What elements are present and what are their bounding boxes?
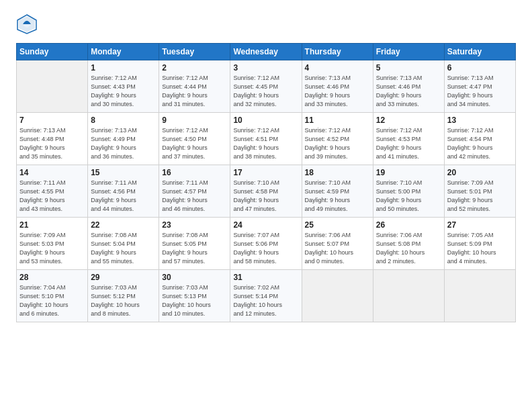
day-info: Sunrise: 7:13 AM Sunset: 4:49 PM Dayligh…	[91, 126, 156, 161]
logo	[16, 13, 42, 35]
calendar-cell: 18Sunrise: 7:10 AM Sunset: 4:59 PM Dayli…	[302, 165, 373, 218]
day-number: 1	[91, 63, 156, 73]
day-number: 5	[376, 63, 441, 73]
calendar-cell	[17, 60, 88, 113]
calendar-cell: 13Sunrise: 7:12 AM Sunset: 4:54 PM Dayli…	[444, 113, 515, 165]
day-number: 8	[91, 116, 156, 125]
day-info: Sunrise: 7:06 AM Sunset: 5:07 PM Dayligh…	[305, 231, 370, 266]
day-info: Sunrise: 7:10 AM Sunset: 5:00 PM Dayligh…	[376, 179, 441, 214]
day-header-monday: Monday	[88, 44, 159, 60]
day-info: Sunrise: 7:12 AM Sunset: 4:43 PM Dayligh…	[91, 74, 156, 109]
day-header-wednesday: Wednesday	[230, 44, 302, 60]
calendar-cell: 16Sunrise: 7:11 AM Sunset: 4:57 PM Dayli…	[159, 165, 230, 218]
day-info: Sunrise: 7:08 AM Sunset: 5:05 PM Dayligh…	[162, 231, 227, 266]
calendar-week-4: 21Sunrise: 7:09 AM Sunset: 5:03 PM Dayli…	[17, 218, 516, 270]
day-number: 30	[162, 273, 227, 282]
calendar-cell: 23Sunrise: 7:08 AM Sunset: 5:05 PM Dayli…	[159, 218, 230, 270]
day-header-thursday: Thursday	[302, 44, 373, 60]
calendar-week-1: 1Sunrise: 7:12 AM Sunset: 4:43 PM Daylig…	[17, 60, 516, 113]
day-number: 24	[233, 220, 298, 230]
day-info: Sunrise: 7:13 AM Sunset: 4:46 PM Dayligh…	[305, 74, 370, 109]
calendar-cell: 24Sunrise: 7:07 AM Sunset: 5:06 PM Dayli…	[230, 218, 302, 270]
day-number: 7	[19, 116, 85, 125]
day-info: Sunrise: 7:03 AM Sunset: 5:13 PM Dayligh…	[162, 283, 227, 318]
header	[16, 13, 516, 35]
calendar-cell: 17Sunrise: 7:10 AM Sunset: 4:58 PM Dayli…	[230, 165, 302, 218]
day-info: Sunrise: 7:12 AM Sunset: 4:52 PM Dayligh…	[305, 126, 370, 161]
day-number: 31	[233, 273, 298, 282]
day-number: 27	[447, 220, 513, 230]
day-info: Sunrise: 7:11 AM Sunset: 4:57 PM Dayligh…	[162, 179, 227, 214]
page: SundayMondayTuesdayWednesdayThursdayFrid…	[0, 0, 532, 411]
day-number: 23	[162, 220, 227, 230]
calendar-cell: 3Sunrise: 7:12 AM Sunset: 4:45 PM Daylig…	[230, 60, 302, 113]
calendar-cell: 22Sunrise: 7:08 AM Sunset: 5:04 PM Dayli…	[88, 218, 159, 270]
calendar-cell	[302, 270, 373, 322]
calendar-cell: 1Sunrise: 7:12 AM Sunset: 4:43 PM Daylig…	[88, 60, 159, 113]
calendar-cell: 25Sunrise: 7:06 AM Sunset: 5:07 PM Dayli…	[302, 218, 373, 270]
day-number: 13	[447, 116, 513, 125]
day-number: 14	[19, 168, 85, 177]
day-info: Sunrise: 7:05 AM Sunset: 5:09 PM Dayligh…	[447, 231, 513, 266]
day-info: Sunrise: 7:10 AM Sunset: 4:58 PM Dayligh…	[233, 179, 298, 214]
calendar-cell: 11Sunrise: 7:12 AM Sunset: 4:52 PM Dayli…	[302, 113, 373, 165]
day-info: Sunrise: 7:12 AM Sunset: 4:51 PM Dayligh…	[233, 126, 298, 161]
calendar-cell: 26Sunrise: 7:06 AM Sunset: 5:08 PM Dayli…	[373, 218, 444, 270]
day-info: Sunrise: 7:13 AM Sunset: 4:46 PM Dayligh…	[376, 74, 441, 109]
calendar-cell: 5Sunrise: 7:13 AM Sunset: 4:46 PM Daylig…	[373, 60, 444, 113]
calendar-table: SundayMondayTuesdayWednesdayThursdayFrid…	[16, 43, 516, 322]
day-number: 6	[447, 63, 513, 73]
day-number: 2	[162, 63, 227, 73]
day-number: 29	[91, 273, 156, 282]
calendar-cell: 31Sunrise: 7:02 AM Sunset: 5:14 PM Dayli…	[230, 270, 302, 322]
calendar-cell: 19Sunrise: 7:10 AM Sunset: 5:00 PM Dayli…	[373, 165, 444, 218]
calendar-cell: 9Sunrise: 7:12 AM Sunset: 4:50 PM Daylig…	[159, 113, 230, 165]
calendar-cell: 20Sunrise: 7:09 AM Sunset: 5:01 PM Dayli…	[444, 165, 515, 218]
calendar-week-5: 28Sunrise: 7:04 AM Sunset: 5:10 PM Dayli…	[17, 270, 516, 322]
calendar-cell: 28Sunrise: 7:04 AM Sunset: 5:10 PM Dayli…	[17, 270, 88, 322]
day-number: 12	[376, 116, 441, 125]
calendar-week-2: 7Sunrise: 7:13 AM Sunset: 4:48 PM Daylig…	[17, 113, 516, 165]
calendar-week-3: 14Sunrise: 7:11 AM Sunset: 4:55 PM Dayli…	[17, 165, 516, 218]
day-info: Sunrise: 7:12 AM Sunset: 4:45 PM Dayligh…	[233, 74, 298, 109]
calendar-cell	[373, 270, 444, 322]
day-number: 3	[233, 63, 298, 73]
day-info: Sunrise: 7:10 AM Sunset: 4:59 PM Dayligh…	[305, 179, 370, 214]
day-header-sunday: Sunday	[17, 44, 88, 60]
calendar-cell: 21Sunrise: 7:09 AM Sunset: 5:03 PM Dayli…	[17, 218, 88, 270]
logo-icon	[16, 13, 38, 35]
day-number: 17	[233, 168, 298, 177]
calendar-cell: 29Sunrise: 7:03 AM Sunset: 5:12 PM Dayli…	[88, 270, 159, 322]
day-number: 9	[162, 116, 227, 125]
day-number: 10	[233, 116, 298, 125]
calendar-cell	[444, 270, 515, 322]
day-number: 22	[91, 220, 156, 230]
day-number: 11	[305, 116, 370, 125]
day-number: 19	[376, 168, 441, 177]
day-info: Sunrise: 7:12 AM Sunset: 4:50 PM Dayligh…	[162, 126, 227, 161]
day-info: Sunrise: 7:13 AM Sunset: 4:48 PM Dayligh…	[19, 126, 85, 161]
day-info: Sunrise: 7:08 AM Sunset: 5:04 PM Dayligh…	[91, 231, 156, 266]
calendar-cell: 2Sunrise: 7:12 AM Sunset: 4:44 PM Daylig…	[159, 60, 230, 113]
calendar-cell: 7Sunrise: 7:13 AM Sunset: 4:48 PM Daylig…	[17, 113, 88, 165]
day-info: Sunrise: 7:07 AM Sunset: 5:06 PM Dayligh…	[233, 231, 298, 266]
day-info: Sunrise: 7:09 AM Sunset: 5:01 PM Dayligh…	[447, 179, 513, 214]
day-number: 16	[162, 168, 227, 177]
day-number: 21	[19, 220, 85, 230]
calendar-cell: 27Sunrise: 7:05 AM Sunset: 5:09 PM Dayli…	[444, 218, 515, 270]
day-info: Sunrise: 7:12 AM Sunset: 4:53 PM Dayligh…	[376, 126, 441, 161]
calendar-cell: 6Sunrise: 7:13 AM Sunset: 4:47 PM Daylig…	[444, 60, 515, 113]
day-info: Sunrise: 7:04 AM Sunset: 5:10 PM Dayligh…	[19, 283, 85, 318]
day-header-friday: Friday	[373, 44, 444, 60]
header-row: SundayMondayTuesdayWednesdayThursdayFrid…	[17, 44, 516, 60]
calendar-cell: 4Sunrise: 7:13 AM Sunset: 4:46 PM Daylig…	[302, 60, 373, 113]
day-info: Sunrise: 7:09 AM Sunset: 5:03 PM Dayligh…	[19, 231, 85, 266]
calendar-cell: 30Sunrise: 7:03 AM Sunset: 5:13 PM Dayli…	[159, 270, 230, 322]
day-info: Sunrise: 7:03 AM Sunset: 5:12 PM Dayligh…	[91, 283, 156, 318]
day-info: Sunrise: 7:12 AM Sunset: 4:44 PM Dayligh…	[162, 74, 227, 109]
day-header-saturday: Saturday	[444, 44, 515, 60]
calendar-cell: 10Sunrise: 7:12 AM Sunset: 4:51 PM Dayli…	[230, 113, 302, 165]
day-info: Sunrise: 7:11 AM Sunset: 4:56 PM Dayligh…	[91, 179, 156, 214]
day-number: 25	[305, 220, 370, 230]
calendar-cell: 15Sunrise: 7:11 AM Sunset: 4:56 PM Dayli…	[88, 165, 159, 218]
